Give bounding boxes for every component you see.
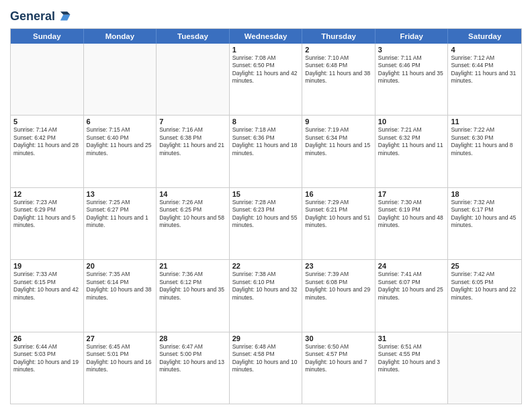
day-cell-3: 3Sunrise: 7:11 AMSunset: 6:46 PMDaylight… [375, 44, 449, 115]
day-number: 16 [305, 190, 372, 198]
day-info: Sunrise: 6:44 AMSunset: 5:03 PMDaylight:… [13, 343, 81, 374]
day-cell-12: 12Sunrise: 7:23 AMSunset: 6:29 PMDayligh… [11, 188, 84, 259]
day-info: Sunrise: 7:28 AMSunset: 6:23 PMDaylight:… [232, 199, 300, 230]
day-number: 31 [378, 334, 445, 342]
empty-cell [84, 44, 157, 115]
day-number: 14 [159, 190, 226, 198]
weekday-header-saturday: Saturday [448, 29, 521, 44]
day-info: Sunrise: 6:48 AMSunset: 4:58 PMDaylight:… [232, 343, 300, 374]
logo: General [10, 9, 71, 24]
day-number: 28 [159, 334, 226, 342]
day-info: Sunrise: 7:41 AMSunset: 6:07 PMDaylight:… [378, 271, 445, 302]
day-info: Sunrise: 7:26 AMSunset: 6:25 PMDaylight:… [159, 199, 226, 230]
day-number: 17 [378, 190, 445, 198]
day-number: 26 [13, 334, 81, 342]
day-info: Sunrise: 7:21 AMSunset: 6:32 PMDaylight:… [378, 126, 445, 157]
calendar-row-2: 5Sunrise: 7:14 AMSunset: 6:42 PMDaylight… [11, 115, 521, 187]
day-cell-24: 24Sunrise: 7:41 AMSunset: 6:07 PMDayligh… [375, 260, 449, 331]
day-cell-10: 10Sunrise: 7:21 AMSunset: 6:32 PMDayligh… [375, 116, 449, 187]
day-cell-19: 19Sunrise: 7:33 AMSunset: 6:15 PMDayligh… [11, 260, 84, 331]
day-cell-21: 21Sunrise: 7:36 AMSunset: 6:12 PMDayligh… [157, 260, 230, 331]
svg-marker-1 [60, 11, 71, 14]
day-cell-30: 30Sunrise: 6:50 AMSunset: 4:57 PMDayligh… [302, 332, 375, 404]
day-info: Sunrise: 7:08 AMSunset: 6:50 PMDaylight:… [232, 54, 300, 85]
day-number: 11 [451, 118, 519, 126]
day-cell-5: 5Sunrise: 7:14 AMSunset: 6:42 PMDaylight… [11, 116, 84, 187]
day-number: 12 [13, 190, 81, 198]
calendar-row-4: 19Sunrise: 7:33 AMSunset: 6:15 PMDayligh… [11, 259, 521, 331]
header: General [10, 7, 522, 24]
day-cell-1: 1Sunrise: 7:08 AMSunset: 6:50 PMDaylight… [230, 44, 303, 115]
day-info: Sunrise: 7:35 AMSunset: 6:14 PMDaylight:… [87, 271, 154, 302]
day-cell-6: 6Sunrise: 7:15 AMSunset: 6:40 PMDaylight… [84, 116, 157, 187]
day-info: Sunrise: 7:22 AMSunset: 6:30 PMDaylight:… [451, 126, 519, 157]
calendar: SundayMondayTuesdayWednesdayThursdayFrid… [10, 28, 522, 404]
empty-cell [11, 44, 84, 115]
logo-text: General [10, 10, 55, 24]
day-number: 24 [378, 262, 445, 270]
day-info: Sunrise: 6:45 AMSunset: 5:01 PMDaylight:… [87, 343, 154, 374]
day-info: Sunrise: 7:29 AMSunset: 6:21 PMDaylight:… [305, 199, 372, 230]
day-cell-13: 13Sunrise: 7:25 AMSunset: 6:27 PMDayligh… [84, 188, 157, 259]
day-cell-22: 22Sunrise: 7:38 AMSunset: 6:10 PMDayligh… [230, 260, 303, 331]
day-info: Sunrise: 7:25 AMSunset: 6:27 PMDaylight:… [87, 199, 154, 230]
day-info: Sunrise: 7:19 AMSunset: 6:34 PMDaylight:… [305, 126, 372, 157]
day-info: Sunrise: 6:47 AMSunset: 5:00 PMDaylight:… [159, 343, 226, 374]
day-info: Sunrise: 7:23 AMSunset: 6:29 PMDaylight:… [13, 199, 81, 230]
day-info: Sunrise: 7:15 AMSunset: 6:40 PMDaylight:… [87, 126, 154, 157]
day-number: 1 [232, 46, 300, 54]
day-number: 7 [159, 118, 226, 126]
day-info: Sunrise: 7:14 AMSunset: 6:42 PMDaylight:… [13, 126, 81, 157]
day-number: 19 [13, 262, 81, 270]
day-number: 5 [13, 118, 81, 126]
calendar-header: SundayMondayTuesdayWednesdayThursdayFrid… [11, 29, 521, 44]
empty-cell [448, 332, 521, 404]
day-info: Sunrise: 7:42 AMSunset: 6:05 PMDaylight:… [451, 271, 519, 302]
calendar-body: 1Sunrise: 7:08 AMSunset: 6:50 PMDaylight… [11, 44, 521, 404]
day-info: Sunrise: 7:11 AMSunset: 6:46 PMDaylight:… [378, 54, 445, 85]
day-cell-16: 16Sunrise: 7:29 AMSunset: 6:21 PMDayligh… [302, 188, 375, 259]
day-cell-9: 9Sunrise: 7:19 AMSunset: 6:34 PMDaylight… [302, 116, 375, 187]
svg-marker-0 [60, 15, 71, 21]
page: General SundayMondayTuesdayWednesdayThur… [0, 0, 532, 411]
day-cell-14: 14Sunrise: 7:26 AMSunset: 6:25 PMDayligh… [157, 188, 230, 259]
day-number: 8 [232, 118, 300, 126]
weekday-header-tuesday: Tuesday [157, 29, 230, 44]
calendar-row-5: 26Sunrise: 6:44 AMSunset: 5:03 PMDayligh… [11, 332, 521, 404]
day-cell-4: 4Sunrise: 7:12 AMSunset: 6:44 PMDaylight… [448, 44, 521, 115]
day-number: 9 [305, 118, 372, 126]
empty-cell [157, 44, 230, 115]
day-number: 3 [378, 46, 445, 54]
day-cell-27: 27Sunrise: 6:45 AMSunset: 5:01 PMDayligh… [84, 332, 157, 404]
day-cell-31: 31Sunrise: 6:51 AMSunset: 4:55 PMDayligh… [375, 332, 449, 404]
day-info: Sunrise: 7:18 AMSunset: 6:36 PMDaylight:… [232, 126, 300, 157]
day-number: 6 [87, 118, 154, 126]
day-cell-8: 8Sunrise: 7:18 AMSunset: 6:36 PMDaylight… [230, 116, 303, 187]
day-info: Sunrise: 7:33 AMSunset: 6:15 PMDaylight:… [13, 271, 81, 302]
calendar-row-3: 12Sunrise: 7:23 AMSunset: 6:29 PMDayligh… [11, 187, 521, 259]
weekday-header-thursday: Thursday [302, 29, 375, 44]
day-info: Sunrise: 7:38 AMSunset: 6:10 PMDaylight:… [232, 271, 300, 302]
logo-icon [56, 9, 71, 24]
day-number: 4 [451, 46, 519, 54]
day-number: 2 [305, 46, 372, 54]
day-number: 22 [232, 262, 300, 270]
day-number: 30 [305, 334, 372, 342]
day-number: 25 [451, 262, 519, 270]
weekday-header-monday: Monday [84, 29, 157, 44]
day-cell-11: 11Sunrise: 7:22 AMSunset: 6:30 PMDayligh… [448, 116, 521, 187]
day-number: 18 [451, 190, 519, 198]
calendar-row-1: 1Sunrise: 7:08 AMSunset: 6:50 PMDaylight… [11, 44, 521, 115]
day-number: 10 [378, 118, 445, 126]
day-number: 23 [305, 262, 372, 270]
day-number: 13 [87, 190, 154, 198]
day-info: Sunrise: 7:39 AMSunset: 6:08 PMDaylight:… [305, 271, 372, 302]
day-cell-29: 29Sunrise: 6:48 AMSunset: 4:58 PMDayligh… [230, 332, 303, 404]
day-cell-20: 20Sunrise: 7:35 AMSunset: 6:14 PMDayligh… [84, 260, 157, 331]
day-cell-26: 26Sunrise: 6:44 AMSunset: 5:03 PMDayligh… [11, 332, 84, 404]
day-cell-18: 18Sunrise: 7:32 AMSunset: 6:17 PMDayligh… [448, 188, 521, 259]
day-cell-2: 2Sunrise: 7:10 AMSunset: 6:48 PMDaylight… [302, 44, 375, 115]
day-info: Sunrise: 6:50 AMSunset: 4:57 PMDaylight:… [305, 343, 372, 374]
day-number: 27 [87, 334, 154, 342]
day-number: 21 [159, 262, 226, 270]
